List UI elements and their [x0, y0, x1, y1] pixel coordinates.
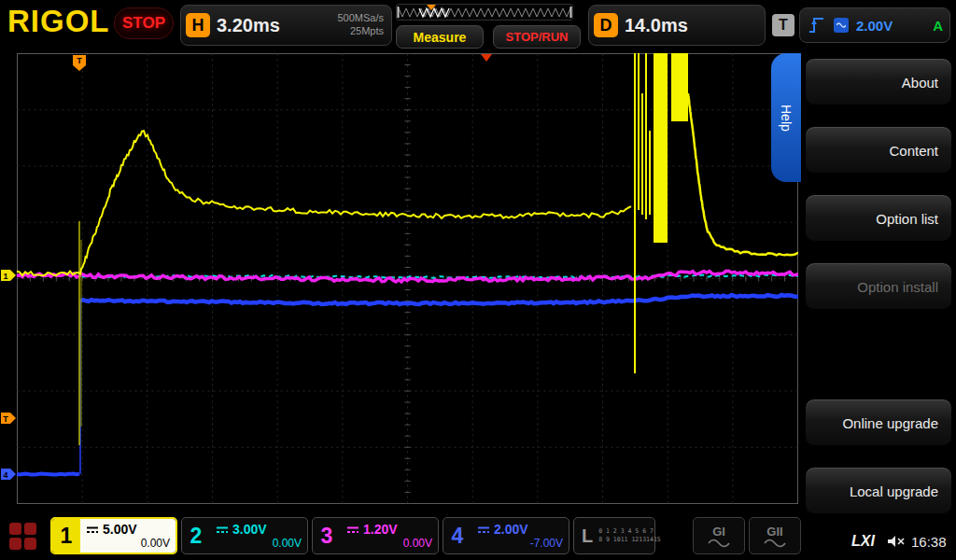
- channel-1-box[interactable]: 1 5.00V 0.00V: [50, 517, 177, 554]
- generator-1-box[interactable]: GI: [693, 517, 745, 554]
- memory-position-strip[interactable]: [396, 4, 573, 21]
- svg-text:T: T: [3, 414, 8, 424]
- run-state-badge: STOP: [114, 7, 174, 39]
- trigger-label: T: [772, 14, 794, 36]
- sine-wave-icon: [708, 539, 730, 548]
- sample-rate: 500MSa/s: [337, 11, 384, 24]
- menu-item-online-upgrade[interactable]: Online upgrade: [805, 399, 952, 447]
- channel-4-scale: 2.00V: [494, 522, 528, 537]
- menu-item-option-list[interactable]: Option list: [805, 194, 952, 243]
- channel-3-box[interactable]: 3 1.20V 0.00V: [312, 517, 439, 554]
- channel-2-box[interactable]: 2 3.00V 0.00V: [181, 517, 308, 554]
- menu-item-content[interactable]: Content: [805, 126, 952, 175]
- measure-button[interactable]: Measure: [396, 25, 484, 49]
- delay-settings[interactable]: D 14.0ms: [588, 5, 766, 46]
- memory-depth: 25Mpts: [337, 24, 384, 37]
- logic-channel-numbers: 0 1 2 3 4 5 6 7 8 9 1011 12131415: [598, 527, 661, 544]
- logic-channels-box[interactable]: L 0 1 2 3 4 5 6 7 8 9 1011 12131415: [573, 517, 655, 554]
- clock: 16:38: [911, 534, 947, 550]
- svg-text:T: T: [77, 56, 82, 65]
- channel-2-scale: 3.00V: [232, 522, 267, 537]
- channel-3-number: 3: [313, 518, 341, 553]
- channel-1-scale: 5.00V: [103, 522, 137, 537]
- ch1-saturated-block: [654, 53, 668, 243]
- trigger-settings[interactable]: 2.00V A: [799, 7, 950, 43]
- trigger-mode: A: [933, 8, 943, 42]
- menu-item-about[interactable]: About: [805, 58, 952, 106]
- coupling-icon: [216, 525, 229, 534]
- oscilloscope-screen: RIGOL STOP H 3.20ms 500MSa/s 25Mpts Meas…: [0, 0, 956, 560]
- coupling-icon: [477, 525, 490, 534]
- ch4-blue-low: [17, 474, 79, 475]
- channel-4-number: 4: [443, 518, 471, 553]
- horizontal-label: H: [186, 13, 210, 37]
- svg-text:1: 1: [3, 272, 7, 281]
- delay-label: D: [594, 13, 618, 37]
- menu-item-option-install: Option install: [805, 262, 952, 311]
- lxi-indicator: LXI: [851, 533, 875, 550]
- channel-4-offset: -7.00V: [477, 537, 563, 550]
- channel-3-scale: 1.20V: [363, 522, 398, 537]
- ch1-zero-marker[interactable]: 1: [1, 270, 16, 281]
- trigger-source-icon: [834, 18, 849, 33]
- rigol-logo: RIGOL: [7, 4, 110, 39]
- speaker-muted-icon: [887, 535, 906, 550]
- trigger-level-marker[interactable]: T: [1, 413, 16, 424]
- acquisition-info: 500MSa/s 25Mpts: [337, 11, 384, 37]
- memory-waveform-preview: [397, 5, 572, 20]
- generator-2-label: GII: [766, 525, 782, 539]
- trigger-slope-icon: [808, 16, 826, 35]
- logic-label: L: [582, 525, 593, 547]
- trigger-level-value: 2.00V: [856, 8, 893, 42]
- generator-1-label: GI: [712, 525, 725, 539]
- delay-value: 14.0ms: [625, 6, 688, 45]
- channel-1-offset: 0.00V: [86, 537, 170, 550]
- channel-3-offset: 0.00V: [346, 537, 432, 550]
- channel-2-offset: 0.00V: [216, 537, 302, 550]
- coupling-icon: [346, 525, 359, 534]
- channel-2-number: 2: [182, 518, 210, 553]
- waveform-display: T 1 T 4: [0, 53, 798, 504]
- channel-1-number: 1: [52, 519, 80, 553]
- ch1-saturated-block: [671, 53, 688, 121]
- channel-4-box[interactable]: 4 2.00V -7.00V: [443, 517, 569, 554]
- help-tab[interactable]: Help: [771, 53, 801, 182]
- menu-item-empty: [805, 330, 952, 379]
- generator-2-box[interactable]: GII: [749, 517, 801, 554]
- sine-wave-icon: [764, 539, 786, 548]
- svg-text:4: 4: [3, 470, 7, 480]
- ch4-zero-marker[interactable]: 4: [1, 469, 16, 480]
- stop-run-button[interactable]: STOP/RUN: [493, 25, 581, 49]
- timebase-value: 3.20ms: [217, 6, 280, 45]
- menu-grid-icon[interactable]: [9, 523, 36, 550]
- coupling-icon: [86, 525, 99, 534]
- menu-item-local-upgrade[interactable]: Local upgrade: [805, 467, 952, 515]
- horizontal-settings[interactable]: H 3.20ms 500MSa/s 25Mpts: [180, 5, 392, 46]
